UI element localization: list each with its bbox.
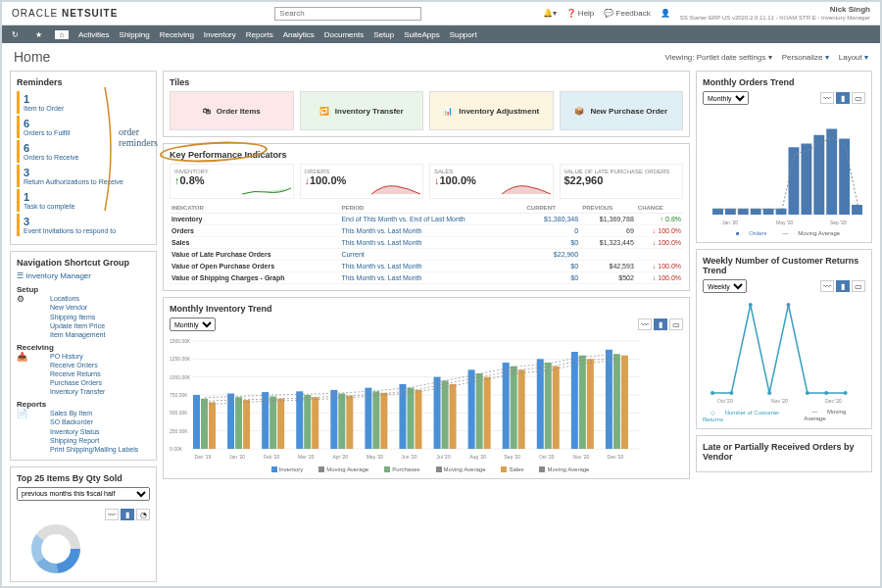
- tile-new-purchase-order[interactable]: 📦New Purchase Order: [560, 91, 684, 130]
- svg-text:Sep '20: Sep '20: [504, 454, 520, 460]
- rt-tool-c[interactable]: ▭: [852, 280, 865, 292]
- top25-select[interactable]: previous months this fiscal half: [17, 487, 150, 501]
- ot-tool-c[interactable]: ▭: [852, 92, 865, 104]
- user-icon[interactable]: 👤: [661, 9, 670, 18]
- nav-link[interactable]: New Vendor: [50, 303, 105, 312]
- svg-rect-74: [763, 209, 774, 215]
- menu-shipping[interactable]: Shipping: [120, 30, 150, 39]
- reminder-item[interactable]: 3Return Authorizations to Receive: [17, 165, 150, 187]
- nav-link[interactable]: Update Item Price: [50, 321, 105, 330]
- menu-support[interactable]: Support: [450, 30, 477, 39]
- kpi-card[interactable]: VALUE OF LATE PURCHASE ORDERS$22,960: [560, 164, 684, 199]
- svg-text:Jul '20: Jul '20: [436, 454, 451, 460]
- nav-link[interactable]: Inventory Status: [50, 427, 138, 436]
- legend-returns: ◇ Number of Customer Returns: [703, 409, 796, 421]
- tiles-portlet: Tiles 🛍Order Items🔁Inventory Transfer📊In…: [163, 71, 690, 137]
- svg-text:May '20: May '20: [776, 220, 794, 225]
- legend-item: Sales: [493, 466, 523, 472]
- kpi-card[interactable]: INVENTORY↑0.8%: [170, 164, 294, 199]
- svg-text:Dec '19: Dec '19: [195, 454, 212, 460]
- svg-text:0.00K: 0.00K: [170, 446, 183, 452]
- kpi-row[interactable]: Value of Late Purchase OrdersCurrent$22,…: [170, 249, 683, 261]
- chart-tool-c[interactable]: ▭: [669, 318, 683, 330]
- svg-rect-28: [277, 399, 284, 449]
- nav-link[interactable]: Shipping Report: [50, 436, 138, 445]
- tile-icon: 📦: [574, 107, 584, 116]
- layout-link[interactable]: Layout ▾: [839, 53, 868, 62]
- ot-tool-a[interactable]: 〰: [820, 92, 834, 104]
- nav-link[interactable]: Shipping Items: [50, 313, 105, 321]
- notifications-icon[interactable]: 🔔▾: [543, 9, 557, 18]
- reminder-item[interactable]: 1Task to complete: [17, 189, 150, 212]
- nav-top-link[interactable]: ☰ Inventory Manager: [17, 271, 150, 281]
- returns-trend-select[interactable]: Weekly: [703, 279, 747, 293]
- feedback-link[interactable]: 💬 Feedback: [604, 9, 650, 18]
- nav-link[interactable]: Receive Returns: [50, 369, 105, 378]
- star-icon[interactable]: ★: [31, 30, 45, 39]
- chart-tool-donut[interactable]: ◔: [136, 509, 150, 520]
- kpi-row[interactable]: Value of Shipping Charges - GraphThis Mo…: [170, 272, 683, 284]
- rt-tool-b[interactable]: ▮: [836, 280, 850, 292]
- tile-inventory-transfer[interactable]: 🔁Inventory Transfer: [300, 91, 424, 130]
- user-role: SS Starter ERP US v2020.2.0.11.11 - NOAM…: [680, 15, 870, 22]
- ot-tool-b[interactable]: ▮: [836, 92, 850, 104]
- nav-section-icon: ⚙: [17, 294, 30, 308]
- kpi-row[interactable]: OrdersThis Month vs. Last Month069↓ 100.…: [170, 225, 683, 237]
- menu-setup[interactable]: Setup: [373, 30, 394, 39]
- nav-link[interactable]: Item Management: [50, 330, 105, 339]
- kpi-card[interactable]: SALES↓100.0%: [429, 164, 554, 199]
- svg-rect-38: [365, 388, 371, 449]
- nav-link[interactable]: SO Backorder: [50, 417, 138, 426]
- menu-suiteapps[interactable]: SuiteApps: [404, 30, 439, 39]
- nav-link[interactable]: PO History: [50, 352, 105, 361]
- nav-section: Receiving: [17, 343, 150, 352]
- inv-trend-select[interactable]: Monthly: [170, 318, 216, 331]
- nav-link[interactable]: Purchase Orders: [50, 378, 105, 387]
- svg-rect-44: [415, 390, 421, 449]
- menu-activities[interactable]: Activities: [78, 30, 110, 39]
- kpi-row[interactable]: InventoryEnd of This Month vs. End of La…: [170, 214, 683, 225]
- svg-rect-67: [613, 354, 620, 449]
- chart-tool-wave[interactable]: 〰: [105, 509, 119, 520]
- tile-order-items[interactable]: 🛍Order Items: [170, 91, 294, 130]
- viewing-label[interactable]: Viewing: Portlet date settings ▾: [664, 53, 771, 62]
- tile-icon: 📊: [443, 107, 453, 116]
- inv-trend-title: Monthly Inventory Trend: [170, 304, 683, 314]
- reminder-item[interactable]: 3Event Invitations to respond to: [17, 214, 150, 236]
- returns-trend-title: Weekly Number of Customer Returns Trend: [703, 256, 865, 275]
- kpi-row[interactable]: Value of Open Purchase OrdersThis Month …: [170, 261, 683, 272]
- topbar: ORACLE NETSUITE 🔔▾ ❓ Help 💬 Feedback 👤 N…: [2, 2, 880, 25]
- svg-point-91: [824, 391, 828, 395]
- rt-tool-a[interactable]: 〰: [820, 280, 834, 292]
- nav-link[interactable]: Receive Orders: [50, 361, 105, 369]
- svg-text:Jan '20: Jan '20: [722, 220, 738, 225]
- nav-link[interactable]: Print Shipping/Mailing Labels: [50, 445, 138, 454]
- inventory-trend-portlet: Monthly Inventory Trend Monthly 〰▮▭ 0.00…: [163, 297, 690, 479]
- svg-rect-59: [545, 363, 552, 449]
- orders-trend-select[interactable]: Monthly: [703, 91, 749, 105]
- menu-inventory[interactable]: Inventory: [204, 30, 236, 39]
- home-icon[interactable]: ⌂: [55, 30, 69, 39]
- svg-text:Nov '20: Nov '20: [572, 454, 589, 460]
- tile-inventory-adjustment[interactable]: 📊Inventory Adjustment: [429, 91, 554, 130]
- user-info[interactable]: Nick Singh SS Starter ERP US v2020.2.0.1…: [680, 6, 870, 21]
- menu-analytics[interactable]: Analytics: [283, 30, 315, 39]
- menu-reports[interactable]: Reports: [246, 30, 273, 39]
- menu-receiving[interactable]: Receiving: [160, 30, 194, 39]
- kpi-card[interactable]: ORDERS↓100.0%: [300, 164, 424, 199]
- nav-link[interactable]: Inventory Transfer: [50, 387, 105, 396]
- chart-tool-b[interactable]: ▮: [654, 318, 667, 330]
- personalize-link[interactable]: Personalize ▾: [782, 53, 829, 62]
- svg-rect-78: [813, 135, 824, 215]
- nav-link[interactable]: Locations: [50, 294, 105, 303]
- search-input[interactable]: [274, 7, 421, 21]
- history-icon[interactable]: ↻: [8, 30, 22, 39]
- reminder-item[interactable]: 1Item to Order: [17, 91, 150, 114]
- chart-tool-a[interactable]: 〰: [638, 318, 652, 330]
- help-link[interactable]: ❓ Help: [566, 9, 595, 18]
- returns-trend-chart: Oct '20Nov '20Dec '20: [703, 297, 864, 405]
- nav-link[interactable]: Sales By Item: [50, 409, 138, 417]
- chart-tool-bar[interactable]: ▮: [121, 509, 134, 520]
- menu-documents[interactable]: Documents: [324, 30, 364, 39]
- kpi-row[interactable]: SalesThis Month vs. Last Month$0$1,323,4…: [170, 237, 683, 249]
